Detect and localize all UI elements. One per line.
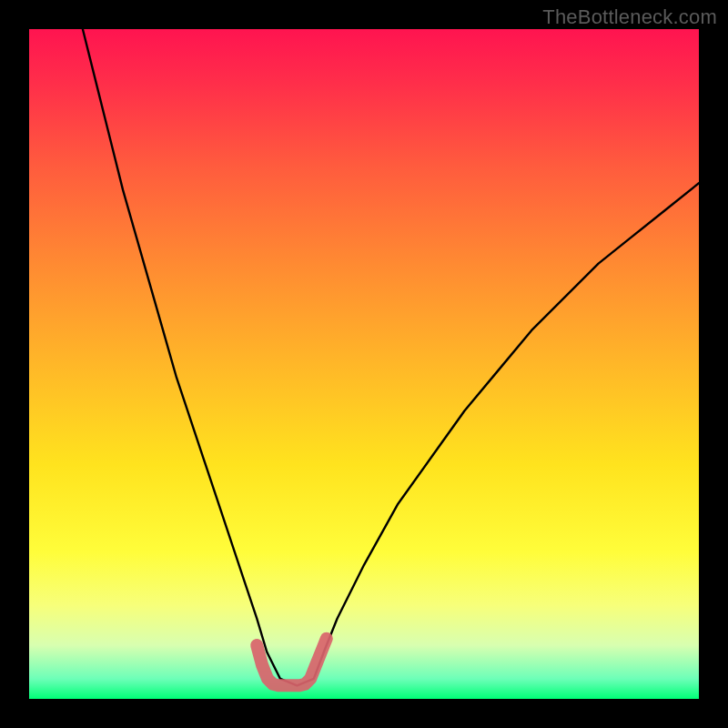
bottleneck-curve bbox=[83, 29, 699, 685]
optimal-range-highlight bbox=[257, 639, 327, 686]
chart-frame: TheBottleneck.com bbox=[0, 0, 728, 728]
chart-svg bbox=[29, 29, 699, 699]
plot-area bbox=[29, 29, 699, 699]
watermark-text: TheBottleneck.com bbox=[542, 5, 717, 29]
